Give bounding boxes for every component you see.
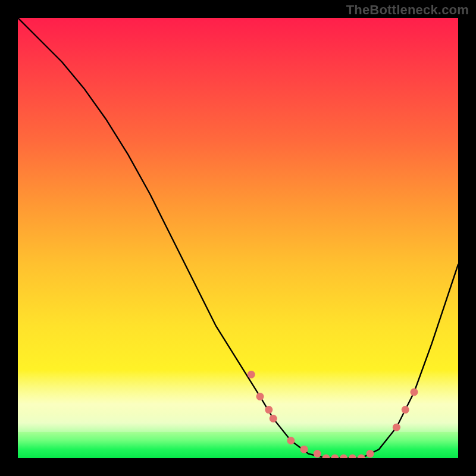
- marker-dot: [358, 455, 365, 459]
- curve-svg: [18, 18, 458, 458]
- marker-dot: [248, 371, 255, 378]
- marker-dot: [300, 446, 308, 453]
- chart-frame: TheBottleneck.com: [0, 0, 476, 476]
- marker-dot: [331, 455, 339, 459]
- marker-dot: [393, 424, 400, 431]
- marker-dot: [314, 450, 321, 458]
- marker-dot: [340, 455, 347, 459]
- marker-dot: [322, 455, 330, 459]
- marker-dot: [367, 450, 374, 458]
- marker-dot: [287, 437, 295, 444]
- highlight-markers: [248, 371, 418, 458]
- plot-area: [18, 18, 458, 458]
- marker-dot: [270, 415, 277, 422]
- marker-dot: [256, 393, 264, 400]
- bottleneck-curve: [18, 18, 458, 458]
- marker-dot: [402, 406, 409, 414]
- marker-dot: [349, 455, 356, 459]
- marker-dot: [411, 389, 418, 396]
- marker-dot: [265, 406, 273, 414]
- watermark-text: TheBottleneck.com: [346, 2, 469, 18]
